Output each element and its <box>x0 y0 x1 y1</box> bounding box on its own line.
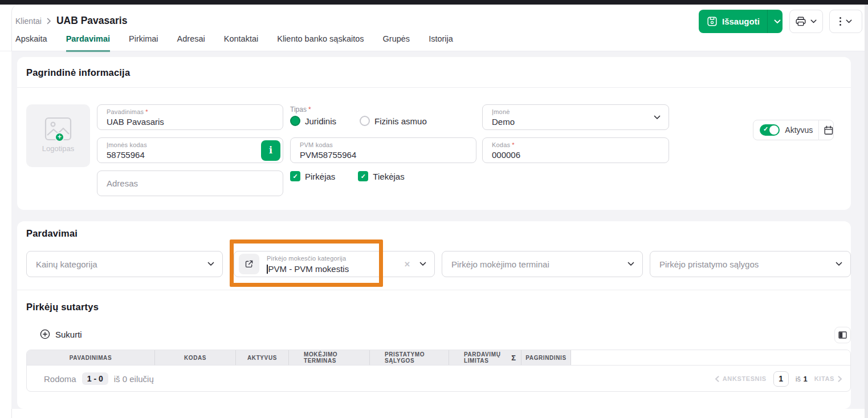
open-tax-category-button[interactable] <box>239 254 259 274</box>
type-group-label: Tipas* <box>290 105 311 113</box>
chevron-right-icon <box>838 376 842 382</box>
company-select[interactable]: Įmonė Demo <box>482 104 669 130</box>
columns-icon <box>838 331 847 339</box>
scrollbar[interactable] <box>865 5 868 418</box>
current-page-input[interactable]: 1 <box>773 371 789 387</box>
tab-kontaktai[interactable]: Kontaktai <box>224 34 258 52</box>
create-contract-button[interactable]: Sukurti <box>40 329 82 339</box>
col-filler <box>571 350 850 365</box>
tab-grupes[interactable]: Grupės <box>383 34 410 52</box>
pagination-controls: ANKSTESNIS 1 iš 1 KITAS <box>715 371 842 387</box>
tab-kliento-banko-saskaitos[interactable]: Kliento banko sąskaitos <box>277 34 364 52</box>
chevron-down-icon <box>207 262 214 266</box>
name-field[interactable]: Pavadinimas* UAB Pavasaris <box>97 104 283 130</box>
active-toggle-box: ✓ Aktyvus <box>753 120 834 140</box>
flags-group: ✓ Pirkėjas ✓ Tiekėjas <box>290 171 405 181</box>
sales-title: Pardavimai <box>26 228 78 239</box>
col-pavadinimas[interactable]: PAVADINIMAS <box>27 350 155 365</box>
create-contract-label: Sukurti <box>55 330 82 339</box>
tab-pardavimai[interactable]: Pardavimai <box>66 34 110 52</box>
radio-juridinis[interactable] <box>290 116 300 126</box>
logo-add-icon[interactable]: + <box>55 132 64 142</box>
tab-adresai[interactable]: Adresai <box>177 34 205 52</box>
chevron-down-icon <box>419 262 426 266</box>
contracts-table-header: PAVADINIMAS KODAS AKTYVUS MOKĖJIMO TERMI… <box>27 350 850 366</box>
print-dropdown-chevron-icon <box>810 19 817 23</box>
column-settings-button[interactable] <box>834 327 851 343</box>
vat-code-field[interactable]: PVM kodas PVM58755964 <box>290 137 476 163</box>
col-mokejimo-terminas[interactable]: MOKĖJIMO TERMINAS <box>289 350 370 365</box>
save-button[interactable]: Išsaugoti <box>699 10 783 33</box>
breadcrumb-chevron-icon <box>47 18 51 25</box>
save-button-label: Išsaugoti <box>722 17 760 26</box>
col-pardavimu-limitas[interactable]: PARDAVIMŲ LIMITAS Σ <box>449 350 521 365</box>
checkbox-pirkejas[interactable]: ✓ <box>290 171 300 181</box>
chevron-down-icon <box>836 262 842 266</box>
next-page-button[interactable]: KITAS <box>814 375 842 382</box>
page-title: UAB Pavasaris <box>56 15 128 27</box>
active-toggle[interactable]: ✓ <box>760 124 780 136</box>
chevron-down-icon <box>654 115 661 120</box>
col-pristatymo-salygos[interactable]: PRISTATYMO SĄLYGOS <box>370 350 449 365</box>
more-actions-button[interactable] <box>829 10 862 33</box>
code-field-value: 000006 <box>492 150 520 160</box>
radio-fizinis-asmuo-label: Fizinis asmuo <box>374 116 427 126</box>
required-asterisk: * <box>512 141 514 148</box>
buyer-delivery-terms-select[interactable]: Pirkėjo pristatymo sąlygos <box>650 251 851 277</box>
range-badge: 1 - 0 <box>82 372 108 385</box>
address-field[interactable]: Adresas <box>97 171 283 196</box>
contracts-pagination: Rodoma 1 - 0 iš 0 eilučių ANKSTESNIS 1 i… <box>27 366 850 392</box>
of-rows-label: iš 0 eilučių <box>114 374 154 384</box>
kebab-icon <box>840 17 842 26</box>
col-kodas[interactable]: KODAS <box>155 350 236 365</box>
check-icon: ✓ <box>292 173 298 180</box>
save-dropdown-chevron-icon[interactable] <box>774 19 781 24</box>
company-code-info-button[interactable]: i <box>261 140 280 161</box>
buyer-tax-category-value: PVM - PVM mokestis <box>267 264 349 274</box>
checkbox-tiekejas[interactable]: ✓ <box>358 171 368 181</box>
required-asterisk: * <box>308 105 311 113</box>
tab-pirkimai[interactable]: Pirkimai <box>129 34 158 52</box>
company-code-field[interactable]: Įmonės kodas 58755964 i <box>97 137 283 163</box>
sales-contracts-divider <box>17 290 851 290</box>
calendar-icon[interactable] <box>824 125 833 135</box>
company-select-value: Demo <box>492 117 515 127</box>
app-window: Klientai UAB Pavasaris Išsaugoti Apskait… <box>0 0 868 418</box>
showing-label: Rodoma <box>44 374 76 384</box>
code-field-label: Kodas* <box>492 141 515 148</box>
name-field-value: UAB Pavasaris <box>107 117 164 127</box>
breadcrumb-link-klientai[interactable]: Klientai <box>15 17 42 26</box>
prev-page-button[interactable]: ANKSTESNIS <box>715 375 767 382</box>
company-code-label: Įmonės kodas <box>107 141 147 148</box>
checkbox-pirkejas-label: Pirkėjas <box>305 172 335 181</box>
vat-code-label: PVM kodas <box>300 141 333 148</box>
tab-istorija[interactable]: Istorija <box>429 34 453 52</box>
buyer-tax-category-label: Pirkėjo mokesčio kategorija <box>267 255 346 262</box>
save-button-divider <box>767 10 768 33</box>
save-icon <box>707 17 717 26</box>
plus-circle-icon <box>40 329 50 339</box>
contracts-table: PAVADINIMAS KODAS AKTYVUS MOKĖJIMO TERMI… <box>26 350 851 392</box>
buyer-tax-category-select[interactable]: Pirkėjo mokesčio kategorija PVM - PVM mo… <box>234 251 435 277</box>
main-info-header-divider <box>17 87 851 88</box>
company-select-label: Įmonė <box>492 108 510 115</box>
page-of: iš 1 <box>796 374 808 384</box>
col-pagrindinis[interactable]: PAGRINDINIS <box>521 350 571 365</box>
print-button[interactable] <box>789 10 823 33</box>
price-category-placeholder: Kainų kategorija <box>36 251 97 277</box>
info-icon: i <box>269 145 272 156</box>
clear-icon[interactable]: ✕ <box>404 260 410 269</box>
logo-label: Logotipas <box>42 144 74 153</box>
toggle-calendar-divider <box>818 120 819 140</box>
radio-fizinis-asmuo[interactable] <box>360 116 370 126</box>
name-field-label: Pavadinimas* <box>107 108 148 115</box>
company-code-value: 58755964 <box>107 150 145 160</box>
tab-apskaita[interactable]: Apskaita <box>15 34 47 52</box>
buyer-payment-terms-select[interactable]: Pirkėjo mokėjimo terminai <box>442 251 643 277</box>
buyer-delivery-terms-placeholder: Pirkėjo pristatymo sąlygos <box>659 251 759 277</box>
code-field[interactable]: Kodas* 000006 <box>482 137 669 163</box>
price-category-select[interactable]: Kainų kategorija <box>26 251 223 277</box>
tabs-divider <box>0 51 868 51</box>
main-info-title: Pagrindinė informacija <box>26 67 130 78</box>
col-aktyvus[interactable]: AKTYVUS <box>236 350 289 365</box>
